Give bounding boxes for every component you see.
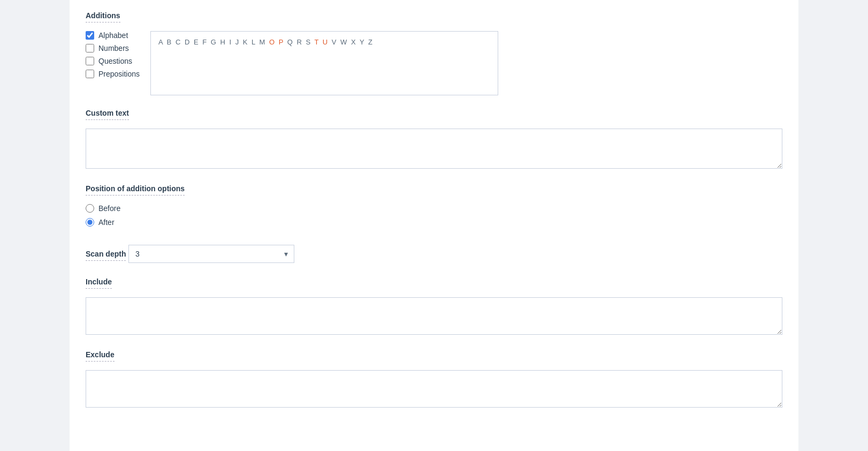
questions-checkbox-item[interactable]: Questions — [86, 57, 140, 65]
exclude-input[interactable] — [86, 370, 782, 408]
alphabet-checkbox[interactable] — [86, 31, 94, 40]
after-radio-item[interactable]: After — [86, 218, 782, 227]
position-title: Position of addition options — [86, 184, 185, 196]
position-radio-group: Before After — [86, 204, 782, 227]
numbers-checkbox[interactable] — [86, 44, 94, 52]
scan-depth-select-wrapper: 1 2 3 4 5 — [128, 245, 294, 263]
custom-text-input[interactable] — [86, 129, 782, 169]
after-radio[interactable] — [86, 218, 94, 227]
additions-title: Additions — [86, 11, 120, 22]
numbers-label[interactable]: Numbers — [98, 44, 129, 52]
alphabet-preview-container: A B C D E F G H I J K L M O P Q R S T U … — [150, 31, 782, 95]
additions-row: Alphabet Numbers Questions Prepositions … — [86, 31, 782, 95]
questions-label[interactable]: Questions — [98, 57, 132, 65]
alphabet-box: A B C D E F G H I J K L M O P Q R S T U … — [150, 31, 498, 95]
include-title: Include — [86, 277, 112, 289]
after-label[interactable]: After — [98, 218, 115, 227]
questions-checkbox[interactable] — [86, 57, 94, 65]
scan-depth-title: Scan depth — [86, 250, 126, 261]
scan-depth-select[interactable]: 1 2 3 4 5 — [128, 245, 294, 263]
exclude-title: Exclude — [86, 350, 115, 362]
numbers-checkbox-item[interactable]: Numbers — [86, 44, 140, 52]
checkbox-list: Alphabet Numbers Questions Prepositions — [86, 31, 140, 78]
include-section: Include — [86, 277, 782, 337]
prepositions-checkbox-item[interactable]: Prepositions — [86, 70, 140, 78]
exclude-section: Exclude — [86, 350, 782, 410]
alphabet-text: A B C D E F G H I J K L M O P Q R S T U … — [158, 38, 374, 46]
custom-text-title: Custom text — [86, 109, 129, 120]
include-input[interactable] — [86, 297, 782, 335]
prepositions-label[interactable]: Prepositions — [98, 70, 140, 78]
right-sidebar — [798, 0, 868, 451]
letter-u: U — [323, 38, 329, 46]
main-content: Additions Alphabet Numbers Questions Pre… — [70, 0, 798, 451]
left-sidebar — [0, 0, 70, 451]
letter-t: T — [314, 38, 319, 46]
before-radio-item[interactable]: Before — [86, 204, 782, 213]
additions-section: Additions Alphabet Numbers Questions Pre… — [86, 11, 782, 95]
alphabet-label[interactable]: Alphabet — [98, 31, 128, 40]
before-radio[interactable] — [86, 204, 94, 213]
letter-o: O — [269, 38, 276, 46]
position-section: Position of addition options Before Afte… — [86, 184, 782, 227]
custom-text-section: Custom text — [86, 108, 782, 171]
letter-p: P — [279, 38, 284, 46]
scan-depth-section: Scan depth 1 2 3 4 5 — [86, 239, 782, 264]
prepositions-checkbox[interactable] — [86, 70, 94, 78]
alphabet-checkbox-item[interactable]: Alphabet — [86, 31, 140, 40]
before-label[interactable]: Before — [98, 204, 120, 213]
